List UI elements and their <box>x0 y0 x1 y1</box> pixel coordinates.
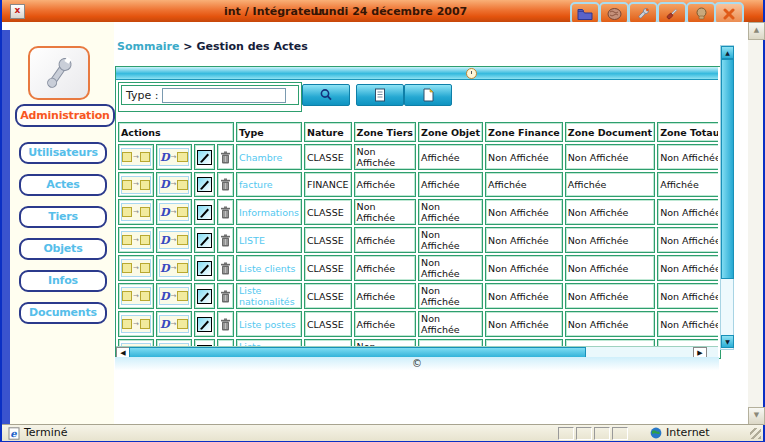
duplicate-action-cell[interactable]: D→ <box>156 311 192 337</box>
delete-action-cell[interactable] <box>217 227 234 253</box>
edit-action-cell[interactable] <box>194 339 215 346</box>
zone-tiers-cell: Affichée <box>354 311 416 337</box>
edit-pen-icon <box>197 290 212 301</box>
copy-action-cell[interactable]: → <box>118 199 154 225</box>
screwdriver-icon <box>665 7 679 21</box>
scroll-down-arrow[interactable]: ▼ <box>721 335 734 348</box>
duplicate-icon: D→ <box>159 148 189 166</box>
type-cell[interactable]: facture <box>236 172 302 197</box>
titlebar: x int / Intégrateur Lundi 24 décembre 20… <box>2 0 763 22</box>
sidebar-item[interactable]: Utilisateurs <box>19 142 107 164</box>
delete-action-cell[interactable] <box>217 144 234 170</box>
copy-action-cell[interactable]: → <box>118 339 154 346</box>
status-right-text: Internet <box>666 426 710 439</box>
table-row: → D→ <box>118 339 718 346</box>
type-cell[interactable]: Liste postes <box>236 311 302 337</box>
edit-action-cell[interactable] <box>194 255 215 281</box>
col-header-zone-totaux: Zone Totaux <box>657 122 718 142</box>
copy-action-cell[interactable]: → <box>118 255 154 281</box>
list-button[interactable] <box>356 84 404 106</box>
wrench-icon <box>636 7 650 21</box>
duplicate-action-cell[interactable]: D→ <box>156 255 192 281</box>
copy-action-cell[interactable]: → <box>118 172 154 197</box>
admin-logo-button[interactable] <box>28 46 90 100</box>
sidebar-item[interactable]: Infos <box>19 270 107 292</box>
nature-cell: CLASSE <box>304 227 352 253</box>
nature-cell: CLASSE <box>304 199 352 225</box>
type-cell[interactable]: Liste nationalités <box>236 283 302 309</box>
actes-table: Actions Type Nature Zone Tiers Zone Obje… <box>116 120 718 346</box>
zone-objet-cell: Non Affichée <box>418 227 483 253</box>
delete-action-cell[interactable] <box>217 283 234 309</box>
edit-action-cell[interactable] <box>194 144 215 170</box>
document-icon <box>374 88 386 102</box>
delete-action-cell[interactable] <box>217 255 234 281</box>
edit-action-cell[interactable] <box>194 199 215 225</box>
duplicate-action-cell[interactable]: D→ <box>156 199 192 225</box>
type-filter-input[interactable] <box>162 88 286 103</box>
zone-finance-cell: Non Affichée <box>485 255 563 281</box>
edit-pen-icon <box>197 206 212 217</box>
col-header-type: Type <box>236 122 302 142</box>
copy-icon: → <box>121 259 151 277</box>
table-vertical-scrollbar[interactable]: ▲ ▼ <box>720 45 734 350</box>
type-filter-group: Type : <box>118 82 302 112</box>
sidebar-item-label: Objets <box>43 242 82 255</box>
duplicate-action-cell[interactable]: D→ <box>156 144 192 170</box>
duplicate-action-cell[interactable]: D→ <box>156 283 192 309</box>
copy-action-cell[interactable]: → <box>118 311 154 337</box>
sidebar-section-administration[interactable]: Administration <box>15 104 115 127</box>
nature-cell: CLASSE <box>304 339 352 346</box>
type-cell[interactable]: Liste services <box>236 339 302 346</box>
zone-tiers-cell: Affichée <box>354 172 416 197</box>
copy-action-cell[interactable]: → <box>118 283 154 309</box>
trash-icon <box>220 206 231 217</box>
duplicate-action-cell[interactable]: D→ <box>156 339 192 346</box>
browser-scroll-down-arrow[interactable]: ▼ <box>748 407 765 425</box>
copy-action-cell[interactable]: → <box>118 227 154 253</box>
table-row: → D→ <box>118 199 718 225</box>
sidebar-item[interactable]: Tiers <box>19 206 107 228</box>
edit-action-cell[interactable] <box>194 283 215 309</box>
duplicate-icon: D→ <box>159 176 189 194</box>
delete-action-cell[interactable] <box>217 199 234 225</box>
browser-scrollbar[interactable]: ▲ ▼ <box>748 22 763 424</box>
zone-tiers-cell: Affichée <box>354 283 416 309</box>
zone-tiers-cell: Non Affichée <box>354 144 416 170</box>
ie-page-icon: e <box>8 427 20 440</box>
resize-grip[interactable] <box>750 428 761 439</box>
search-button[interactable] <box>302 84 350 106</box>
copy-icon: → <box>121 315 151 333</box>
zone-objet-cell: Affichée <box>418 172 483 197</box>
zone-tiers-cell: Non Affichée <box>354 199 416 225</box>
type-cell[interactable]: Liste clients <box>236 255 302 281</box>
sidebar-item[interactable]: Actes <box>19 174 107 196</box>
panel-header-bar <box>116 67 718 80</box>
edit-action-cell[interactable] <box>194 227 215 253</box>
duplicate-action-cell[interactable]: D→ <box>156 172 192 197</box>
breadcrumb-root-link[interactable]: Sommaire <box>117 40 179 53</box>
sidebar-item[interactable]: Documents <box>19 302 107 324</box>
copy-action-cell[interactable]: → <box>118 144 154 170</box>
zone-finance-cell: Non Affichée <box>485 144 563 170</box>
duplicate-icon: D→ <box>159 203 189 221</box>
table-row: → D→ <box>118 227 718 253</box>
edit-action-cell[interactable] <box>194 172 215 197</box>
type-cell[interactable]: Chambre <box>236 144 302 170</box>
scroll-up-arrow[interactable]: ▲ <box>721 46 734 59</box>
new-entry-button[interactable] <box>404 84 452 106</box>
edit-action-cell[interactable] <box>194 311 215 337</box>
duplicate-action-cell[interactable]: D→ <box>156 227 192 253</box>
type-cell[interactable]: Informations <box>236 199 302 225</box>
vertical-scroll-thumb[interactable] <box>721 59 734 279</box>
close-mini-button[interactable]: x <box>10 4 25 19</box>
copy-icon: → <box>121 148 151 166</box>
sidebar-item[interactable]: Objets <box>19 238 107 260</box>
type-cell[interactable]: LISTE <box>236 227 302 253</box>
browser-scroll-up-arrow[interactable]: ▲ <box>748 22 765 40</box>
delete-action-cell[interactable] <box>217 311 234 337</box>
sidebar-item-label: Actes <box>46 178 79 191</box>
delete-action-cell[interactable] <box>217 172 234 197</box>
delete-action-cell[interactable] <box>217 339 234 346</box>
zone-totaux-cell: Non Affichée <box>657 199 718 225</box>
